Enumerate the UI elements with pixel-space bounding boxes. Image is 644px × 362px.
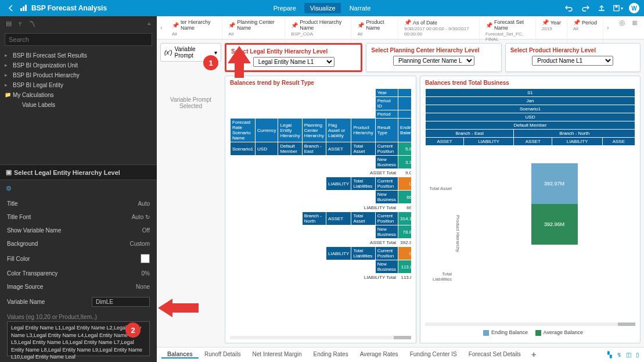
- prop-title: TitleAuto: [0, 197, 157, 210]
- select-product-card[interactable]: Select Product Hierarchy Level Product N…: [505, 43, 641, 72]
- canvas-tab[interactable]: Ending Rates: [308, 351, 354, 357]
- product-select[interactable]: Product Name L1: [532, 56, 613, 66]
- pin-icon: 📌: [357, 22, 364, 28]
- prop-title-font: Title FontAuto ↻: [0, 210, 157, 224]
- canvas-tab[interactable]: Forecast Set Details: [463, 351, 527, 357]
- annotation-badge: 1: [203, 55, 218, 70]
- pin-icon: 📌: [485, 22, 492, 28]
- values-label: Values (eg 10,20 or Product,Item..): [0, 310, 157, 321]
- tree-item[interactable]: Value Labels: [0, 100, 157, 110]
- layout2-icon[interactable]: ▯: [636, 352, 639, 358]
- tree-folder-my-calculations[interactable]: My Calculations: [0, 90, 157, 100]
- refresh-icon[interactable]: ↻: [145, 214, 150, 220]
- add-icon[interactable]: +: [147, 20, 151, 27]
- select-planning-center-card[interactable]: Select Planning Center Hierarchy Level P…: [366, 43, 501, 72]
- prop-fill-color: Fill Color: [0, 250, 157, 267]
- scroll-left-icon[interactable]: ‹: [157, 18, 166, 37]
- balances-total-business-card: Balances trend Total Business 01 Jan Sce…: [420, 76, 641, 343]
- pin-icon: 📌: [172, 22, 179, 28]
- back-button[interactable]: [5, 2, 17, 15]
- tree-item[interactable]: BSP BI Organization Unit: [0, 60, 157, 70]
- tree-item[interactable]: BSP BI Forecast Set Results: [0, 51, 157, 60]
- mode-tabs: Prepare Visualize Narrate: [268, 3, 377, 13]
- chart-icon: [20, 3, 28, 13]
- balances-table: Year Period ID0 PeriodJ Forecast Rate Sc…: [230, 88, 411, 282]
- analytics-panel-icon[interactable]: 〽: [29, 20, 35, 27]
- svg-rect-4: [616, 5, 618, 8]
- filter-bar: ‹ 📌ter Hierarchy NameAll📌Planning Center…: [157, 16, 644, 40]
- page-title: BSP Forecast Analysis: [31, 4, 107, 12]
- redo-icon[interactable]: [580, 3, 591, 13]
- y-axis-label: Product Hierarchy: [454, 146, 462, 321]
- filter-list-icon[interactable]: ≣: [630, 18, 639, 27]
- pin-icon: 📌: [404, 19, 411, 26]
- prop-variable-name: Variable Name: [0, 293, 157, 310]
- undo-icon[interactable]: [564, 3, 574, 13]
- planning-center-select[interactable]: Planning Center Name L1: [393, 56, 474, 66]
- chart-legend: Ending Balance Average Balance: [425, 326, 635, 339]
- treemap-cell-ending[interactable]: 392.97M: [531, 163, 578, 204]
- prop-image-source: Image SourceNone: [0, 280, 157, 293]
- save-icon[interactable]: ▾: [613, 3, 623, 13]
- tab-visualize[interactable]: Visualize: [304, 3, 341, 13]
- variable-prompt-status: Variable Prompt Selected: [160, 96, 221, 109]
- canvas-tab[interactable]: Runoff Details: [199, 351, 247, 357]
- pin-icon: 📌: [228, 22, 235, 28]
- color-swatch[interactable]: [141, 254, 150, 263]
- properties-header: Select Legal Entity Hierarchy Level: [0, 164, 157, 180]
- tab-narrate[interactable]: Narrate: [344, 3, 377, 13]
- search-input[interactable]: [5, 33, 152, 46]
- layout1-icon[interactable]: ◫: [626, 352, 631, 358]
- treemap-cell-average[interactable]: 392.96M: [531, 204, 578, 245]
- canvas-tab[interactable]: Balances: [161, 351, 199, 359]
- pin-icon: 📌: [542, 19, 549, 26]
- select-legal-entity-card[interactable]: Select Legal Entity Hierarchy Level Lega…: [225, 43, 362, 72]
- avatar[interactable]: W: [629, 3, 639, 13]
- scroll-right-icon[interactable]: ›: [603, 18, 613, 37]
- auto-viz-icon[interactable]: ▚: [607, 352, 612, 358]
- canvas-tab[interactable]: Funding Center IS: [404, 351, 463, 357]
- data-tree: BSP BI Forecast Set Results BSP BI Organ…: [0, 48, 157, 112]
- horizontal-scrollbar[interactable]: [425, 322, 635, 326]
- tree-item[interactable]: BSP BI Product Hierarchy: [0, 70, 157, 80]
- svg-rect-1: [23, 6, 24, 11]
- annotation-badge: 2: [125, 322, 141, 338]
- pin-icon: 📌: [573, 19, 580, 26]
- add-canvas-icon[interactable]: ✚: [527, 352, 541, 358]
- top-bar: BSP Forecast Analysis Prepare Visualize …: [0, 0, 644, 16]
- viz-panel-icon[interactable]: ⫯: [19, 20, 22, 27]
- treemap-chart[interactable]: 392.97M 392.96M: [462, 146, 635, 321]
- filter-bar-icon[interactable]: ◎: [617, 18, 627, 27]
- canvas-tab[interactable]: Average Rates: [354, 351, 404, 357]
- tree-item[interactable]: BSP BI Legal Entity: [0, 80, 157, 90]
- right-header-table: 01 Jan Scenario1 USD Default Member Bran…: [425, 88, 635, 146]
- legal-entity-select[interactable]: Legal Entity Name L1: [253, 57, 334, 67]
- refresh-canvas-icon[interactable]: ↯: [617, 352, 621, 358]
- pin-icon: 📌: [291, 22, 298, 28]
- prop-show-var-name: Show Variable NameOff: [0, 224, 157, 237]
- prop-color-transparency: Color Transparency0%: [0, 267, 157, 280]
- share-icon[interactable]: [596, 3, 607, 13]
- horizontal-scrollbar[interactable]: [230, 336, 411, 339]
- svg-rect-0: [20, 8, 22, 11]
- svg-rect-2: [25, 5, 27, 11]
- variable-name-input[interactable]: [92, 297, 150, 307]
- tab-prepare[interactable]: Prepare: [268, 3, 302, 13]
- general-props-icon[interactable]: ⚙: [6, 185, 12, 192]
- prop-background: BackgroundCustom: [0, 237, 157, 250]
- data-panel-icon[interactable]: ▤: [6, 20, 12, 27]
- canvas-tab[interactable]: Net Interest Margin: [247, 351, 308, 357]
- left-panel: ▤ ⫯ 〽 + BSP BI Forecast Set Results BSP …: [0, 16, 157, 362]
- canvas-tabs: BalancesRunoff DetailsNet Interest Margi…: [157, 347, 644, 362]
- balances-by-result-type-card: Balances trend by Result Type Year Perio…: [225, 76, 416, 343]
